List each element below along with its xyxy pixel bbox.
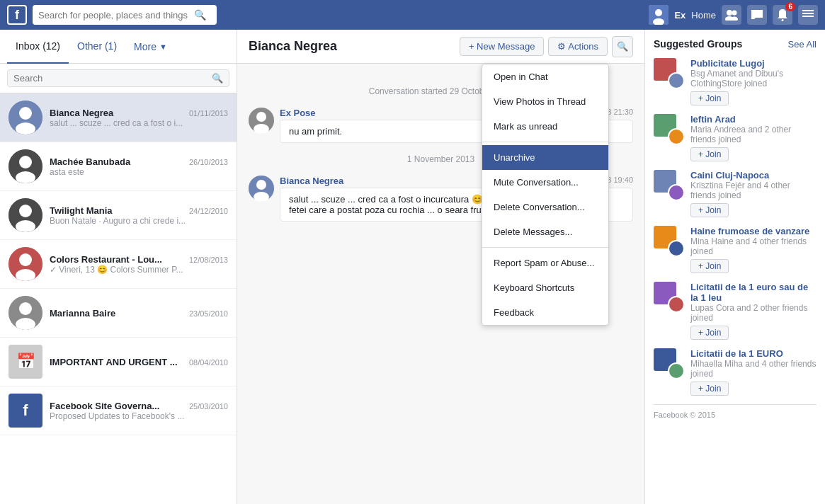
dropdown-item[interactable]: Feedback	[482, 300, 608, 325]
avatar	[8, 296, 42, 330]
group-avatar	[654, 282, 685, 313]
join-button[interactable]: + Join	[690, 382, 729, 396]
svg-point-7	[782, 19, 784, 21]
msg-search-input[interactable]	[13, 73, 212, 84]
msg-preview: Buon Natale · Auguro a chi crede i...	[50, 216, 228, 226]
nav-username: Ex	[674, 10, 685, 21]
dropdown-item[interactable]: Delete Conversation...	[482, 195, 608, 219]
msg-preview: asta este	[50, 167, 228, 177]
msg-list: Bianca Negrea 01/11/2013 salut ... scuze…	[0, 93, 237, 504]
actions-button[interactable]: ⚙ Actions	[548, 37, 608, 56]
groups-list: Publicitate Lugoj Bsg Amanet and Dibuu's…	[654, 58, 817, 396]
center-area: Bianca Negrea + New Message ⚙ Actions 🔍 …	[237, 30, 644, 504]
group-info: Licitatii de la 1 EURO Mihaella Miha and…	[690, 348, 817, 396]
msg-preview: salut ... scuze ... cred ca a fost o i..…	[50, 118, 228, 128]
join-button[interactable]: + Join	[690, 203, 729, 217]
dropdown-item[interactable]: Keyboard Shortcuts	[482, 275, 608, 300]
msg-info: IMPORTANT AND URGENT ... 08/04/2010	[50, 357, 228, 367]
group-item: Caini Cluj-Napoca Krisztina Fejér and 4 …	[654, 170, 817, 217]
group-avatar	[654, 170, 685, 201]
group-avatar-secondary	[668, 296, 685, 313]
dropdown-item[interactable]: Mute Conversation...	[482, 170, 608, 195]
avatar: f	[8, 394, 42, 428]
svg-rect-8	[802, 13, 814, 14]
msg-name: IMPORTANT AND URGENT ...	[50, 357, 178, 367]
msg-date: 01/11/2013	[189, 109, 228, 118]
msg-date: 25/03/2010	[189, 402, 228, 411]
msg-search-inner[interactable]: 🔍	[7, 69, 229, 87]
svg-point-1	[655, 9, 662, 16]
group-desc: Mihaella Miha and 4 other friends joined	[690, 359, 817, 379]
msg-info: Marianna Baire 23/05/2010	[50, 308, 228, 319]
search-bar[interactable]: 🔍	[33, 5, 217, 25]
group-desc: Maria Andreea and 2 other friends joined	[690, 125, 817, 144]
bubble-sender-2: Bianca Negrea	[280, 176, 343, 186]
dropdown-item[interactable]: Delete Messages...	[482, 219, 608, 244]
dropdown-item[interactable]: View Photos in Thread	[482, 89, 608, 114]
list-item[interactable]: f Facebook Site Governa... 25/03/2010 Pr…	[0, 386, 237, 435]
group-info: Caini Cluj-Napoca Krisztina Fejér and 4 …	[690, 170, 817, 217]
bubble-sender-1: Ex Pose	[280, 108, 316, 118]
group-name: Haine frumoase de vanzare	[690, 226, 817, 236]
list-item[interactable]: Marianna Baire 23/05/2010	[0, 289, 237, 338]
search-conversation-button[interactable]: 🔍	[612, 36, 633, 57]
svg-point-15	[19, 156, 32, 168]
join-button[interactable]: + Join	[690, 91, 729, 105]
join-button[interactable]: + Join	[690, 147, 729, 161]
search-input[interactable]	[38, 10, 194, 21]
group-avatar	[654, 348, 685, 379]
dropdown-item[interactable]: Mark as unread	[482, 114, 608, 139]
group-name: Caini Cluj-Napoca	[690, 170, 817, 181]
group-info: Ieftin Arad Maria Andreea and 2 other fr…	[690, 114, 817, 161]
list-item[interactable]: Machée Banubada 26/10/2013 asta este	[0, 142, 237, 191]
dropdown-item[interactable]: Open in Chat	[482, 64, 608, 89]
group-desc: Krisztina Fejér and 4 other friends join…	[690, 181, 817, 200]
tab-other[interactable]: Other (1)	[69, 30, 125, 64]
dropdown-item[interactable]: Report Spam or Abuse...	[482, 251, 608, 275]
group-avatar	[654, 114, 685, 145]
list-item[interactable]: 📅 IMPORTANT AND URGENT ... 08/04/2010	[0, 338, 237, 386]
tab-more[interactable]: More ▼	[125, 41, 176, 52]
dropdown-item[interactable]: Unarchive	[482, 145, 608, 170]
avatar	[8, 247, 42, 281]
group-item: Licitatii de la 1 EURO Mihaella Miha and…	[654, 348, 817, 396]
msg-info: Twilight Mania 24/12/2010 Buon Natale · …	[50, 205, 228, 226]
group-info: Licitatii de la 1 euro sau de la 1 leu L…	[690, 282, 817, 340]
dropdown-divider	[482, 247, 608, 248]
svg-point-24	[19, 302, 32, 315]
msg-info: Bianca Negrea 01/11/2013 salut ... scuze…	[50, 108, 228, 128]
tab-inbox[interactable]: Inbox (12)	[7, 30, 69, 64]
group-name: Licitatii de la 1 EURO	[690, 348, 817, 359]
messages-icon-btn[interactable]	[747, 5, 767, 25]
settings-icon-btn[interactable]	[798, 5, 818, 25]
see-all-link[interactable]: See All	[788, 39, 817, 50]
msg-date: 08/04/2010	[189, 358, 228, 367]
list-item[interactable]: Twilight Mania 24/12/2010 Buon Natale · …	[0, 191, 237, 240]
friends-icon-btn[interactable]	[722, 5, 741, 25]
nav-home-link[interactable]: Home	[691, 10, 716, 21]
join-button[interactable]: + Join	[690, 259, 729, 273]
avatar	[8, 198, 42, 232]
suggested-header: Suggested Groups See All	[654, 38, 817, 50]
search-conversation-icon: 🔍	[617, 41, 628, 52]
svg-point-3	[727, 10, 732, 16]
group-name: Publicitate Lugoj	[690, 58, 817, 69]
left-sidebar: Inbox (12) Other (1) More ▼ 🔍 Bianca Neg…	[0, 30, 237, 504]
list-item[interactable]: Colors Restaurant - Lou... 12/08/2013 ✓ …	[0, 240, 237, 289]
right-sidebar: Suggested Groups See All Publicitate Lug…	[644, 30, 825, 504]
join-button[interactable]: + Join	[690, 326, 729, 340]
new-message-button[interactable]: + New Message	[460, 37, 545, 56]
avatar: 📅	[8, 345, 42, 379]
avatar	[8, 149, 42, 183]
msg-search-icon: 🔍	[212, 73, 223, 84]
actions-dropdown: Open in ChatView Photos in ThreadMark as…	[482, 64, 609, 326]
list-item[interactable]: Bianca Negrea 01/11/2013 salut ... scuze…	[0, 93, 237, 142]
group-avatar	[654, 58, 685, 89]
msg-name: Bianca Negrea	[50, 108, 113, 118]
dropdown-divider	[482, 142, 608, 142]
notifications-icon-btn[interactable]: 6	[773, 5, 792, 25]
search-icon: 🔍	[194, 9, 206, 21]
msg-tabs: Inbox (12) Other (1) More ▼	[0, 30, 237, 64]
group-avatar-secondary	[668, 184, 685, 201]
msg-info: Facebook Site Governa... 25/03/2010 Prop…	[50, 401, 228, 421]
